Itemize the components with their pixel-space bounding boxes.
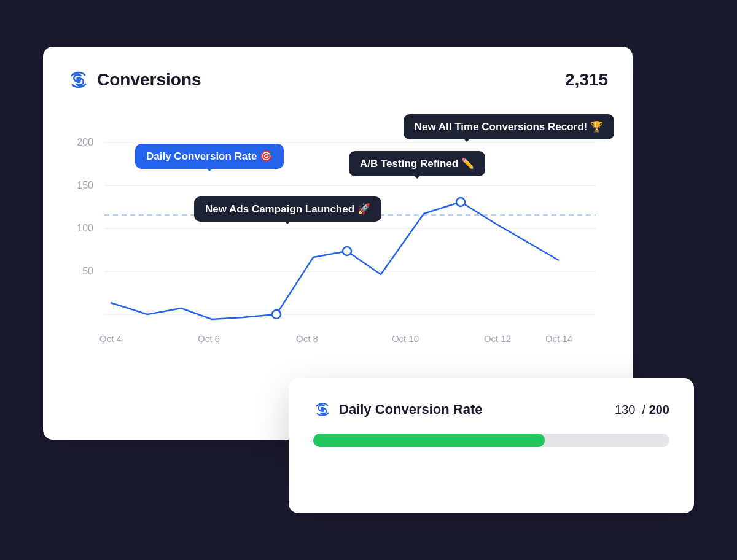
- svg-text:Oct 8: Oct 8: [296, 333, 318, 344]
- svg-text:Oct 10: Oct 10: [392, 333, 419, 344]
- svg-text:150: 150: [77, 180, 93, 190]
- svg-text:Oct 12: Oct 12: [484, 333, 511, 344]
- scene: Conversions 2,315 200 150 100 50: [43, 47, 694, 513]
- chart-line: [111, 202, 559, 319]
- logo-icon: [68, 69, 90, 91]
- header-left: Conversions: [68, 69, 201, 91]
- point-ab: [343, 247, 351, 255]
- point-ads: [272, 310, 281, 319]
- chart-title: Conversions: [97, 70, 201, 90]
- detail-header: Daily Conversion Rate 130 / 200: [313, 400, 669, 419]
- detail-title: Daily Conversion Rate: [339, 402, 483, 418]
- svg-text:Oct 4: Oct 4: [99, 333, 122, 344]
- svg-text:Oct 14: Oct 14: [545, 333, 572, 344]
- detail-left: Daily Conversion Rate: [313, 400, 483, 419]
- progress-bar-background: [313, 434, 669, 447]
- point-record: [456, 198, 465, 206]
- detail-max-value: 200: [649, 403, 669, 416]
- chart-header: Conversions 2,315: [68, 69, 608, 91]
- detail-value: 130 / 200: [615, 403, 669, 417]
- svg-text:200: 200: [77, 137, 93, 147]
- svg-text:50: 50: [82, 266, 93, 276]
- chart-svg: 200 150 100 50 Oct 4 Oct 6 Oct 8 Oct 10: [68, 106, 608, 400]
- chart-total-value: 2,315: [565, 70, 608, 90]
- svg-text:Oct 6: Oct 6: [198, 333, 220, 344]
- detail-logo-icon: [313, 400, 332, 419]
- chart-area: 200 150 100 50 Oct 4 Oct 6 Oct 8 Oct 10: [68, 106, 608, 400]
- detail-card: Daily Conversion Rate 130 / 200: [289, 378, 694, 513]
- progress-bar-fill: [313, 434, 545, 447]
- svg-text:100: 100: [77, 223, 93, 233]
- detail-current-value: 130: [615, 403, 635, 416]
